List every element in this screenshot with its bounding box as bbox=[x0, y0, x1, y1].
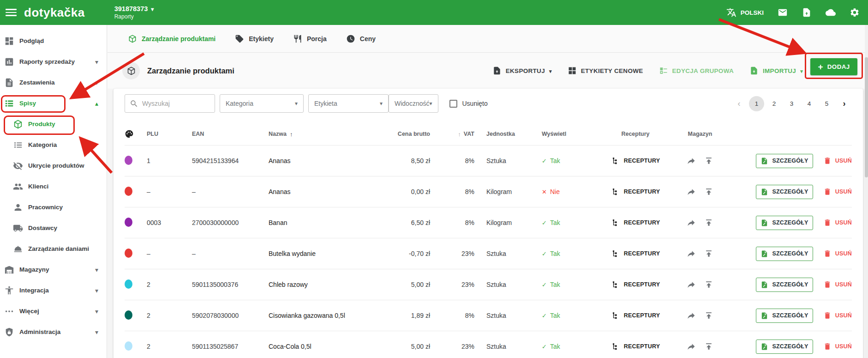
sidebar-item[interactable]: Spisy bbox=[0, 93, 107, 114]
delete-button[interactable]: USUŃ bbox=[823, 280, 852, 289]
receptury-button[interactable]: RECEPTURY bbox=[611, 342, 660, 351]
sidebar-item[interactable]: Produkty bbox=[0, 114, 107, 134]
receptury-button[interactable]: RECEPTURY bbox=[611, 249, 660, 258]
scrollbar-thumb[interactable] bbox=[865, 57, 868, 177]
ean-cell: – bbox=[192, 250, 269, 257]
vat-cell: 23% bbox=[430, 281, 474, 288]
account-switcher[interactable]: 391878373 Raporty bbox=[114, 5, 154, 20]
filter-select[interactable]: Widoczność bbox=[389, 94, 438, 113]
export-file-icon[interactable] bbox=[802, 7, 812, 18]
page-button[interactable]: 5 bbox=[819, 96, 834, 111]
page-button[interactable]: 1 bbox=[749, 96, 764, 111]
sidebar-item[interactable]: Raporty sprzedaży bbox=[0, 51, 107, 72]
page-button[interactable]: 3 bbox=[784, 96, 799, 111]
tab-labels[interactable]: Etykiety bbox=[235, 34, 274, 43]
stock-upload-icon[interactable] bbox=[704, 342, 713, 351]
receptury-button[interactable]: RECEPTURY bbox=[611, 311, 660, 320]
sidebar-item[interactable]: Pracownicy bbox=[0, 197, 107, 218]
column-display[interactable]: Wyświetl bbox=[542, 131, 596, 137]
sidebar-item[interactable]: Klienci bbox=[0, 176, 107, 197]
prev-page-button[interactable]: ‹ bbox=[731, 96, 747, 111]
sidebar-item[interactable]: Zestawienia bbox=[0, 72, 107, 93]
details-button[interactable]: SZCZEGÓŁY bbox=[756, 340, 813, 354]
search-input[interactable] bbox=[142, 100, 210, 107]
column-name[interactable]: Nazwa bbox=[269, 131, 382, 138]
sidebar-item[interactable]: Magazyny bbox=[0, 259, 107, 280]
receptury-button[interactable]: RECEPTURY bbox=[611, 188, 660, 196]
export-button[interactable]: EKSPORTUJ bbox=[492, 66, 552, 75]
delete-button[interactable]: USUŃ bbox=[823, 311, 852, 320]
move-to-stock-icon[interactable] bbox=[687, 218, 696, 227]
filter-select[interactable]: Etykieta bbox=[308, 94, 389, 113]
move-to-stock-icon[interactable] bbox=[687, 187, 696, 196]
price-labels-button[interactable]: ETYKIETY CENOWE bbox=[568, 66, 643, 75]
page-button[interactable]: 4 bbox=[802, 96, 817, 111]
details-button[interactable]: SZCZEGÓŁY bbox=[756, 278, 813, 292]
sidebar-item[interactable]: Więcej bbox=[0, 301, 107, 322]
delete-button[interactable]: USUŃ bbox=[823, 157, 852, 165]
sidebar-item[interactable]: Podgląd bbox=[0, 30, 107, 51]
filter-select[interactable]: Kategoria bbox=[220, 94, 304, 113]
gear-icon[interactable] bbox=[850, 7, 860, 18]
move-to-stock-icon[interactable] bbox=[687, 249, 696, 258]
plus-icon bbox=[818, 62, 823, 71]
details-button[interactable]: SZCZEGÓŁY bbox=[756, 309, 813, 323]
add-button[interactable]: DODAJ bbox=[810, 58, 857, 75]
next-page-button[interactable]: › bbox=[837, 96, 852, 111]
receptury-button[interactable]: RECEPTURY bbox=[611, 280, 660, 289]
sidebar-item[interactable]: Integracja bbox=[0, 280, 107, 301]
menu-icon[interactable] bbox=[6, 7, 17, 18]
import-button[interactable]: IMPORTUJ bbox=[749, 66, 803, 75]
details-button[interactable]: SZCZEGÓŁY bbox=[756, 185, 813, 199]
stock-upload-icon[interactable] bbox=[704, 249, 713, 258]
details-button[interactable]: SZCZEGÓŁY bbox=[756, 216, 813, 230]
stock-upload-icon[interactable] bbox=[704, 280, 713, 289]
column-stock[interactable]: Magazyn bbox=[675, 131, 725, 137]
details-button[interactable]: SZCZEGÓŁY bbox=[756, 247, 813, 261]
mail-icon[interactable] bbox=[778, 7, 788, 18]
filter-select-label: Widoczność bbox=[395, 100, 429, 107]
sidebar-item[interactable]: Administracja bbox=[0, 322, 107, 342]
sidebar-item[interactable]: Dostawcy bbox=[0, 218, 107, 238]
tab-prices[interactable]: Ceny bbox=[346, 34, 376, 43]
vat-cell: 8% bbox=[430, 157, 474, 164]
stock-upload-icon[interactable] bbox=[704, 218, 713, 227]
column-unit[interactable]: Jednostka bbox=[486, 131, 542, 137]
sidebar-item[interactable]: Ukrycie produktów bbox=[0, 155, 107, 176]
sidebar-item[interactable]: Kategoria bbox=[0, 134, 107, 155]
receptury-button[interactable]: RECEPTURY bbox=[611, 157, 660, 165]
delete-button[interactable]: USUŃ bbox=[823, 188, 852, 196]
cloud-icon[interactable] bbox=[826, 7, 836, 18]
scrollbar[interactable] bbox=[865, 25, 868, 358]
sidebar-item-label: Ukrycie produktów bbox=[28, 162, 84, 169]
column-vat[interactable]: VAT bbox=[430, 131, 474, 138]
palette-icon[interactable] bbox=[125, 129, 147, 139]
move-to-stock-icon[interactable] bbox=[687, 342, 696, 351]
page-button[interactable]: 2 bbox=[766, 96, 782, 111]
sidebar: Podgląd Raporty sprzedaży Zestawienia Sp… bbox=[0, 25, 107, 358]
deleted-filter[interactable]: Usunięto bbox=[449, 100, 488, 108]
receptury-button[interactable]: RECEPTURY bbox=[611, 218, 660, 227]
details-button[interactable]: SZCZEGÓŁY bbox=[756, 154, 813, 168]
deleted-checkbox[interactable] bbox=[449, 100, 457, 108]
search-icon bbox=[130, 99, 138, 108]
delete-button[interactable]: USUŃ bbox=[823, 218, 852, 227]
stock-upload-icon[interactable] bbox=[704, 187, 713, 196]
move-to-stock-icon[interactable] bbox=[687, 311, 696, 320]
plu-cell: – bbox=[147, 188, 192, 195]
bulk-edit-button[interactable]: EDYCJA GRUPOWA bbox=[659, 66, 734, 75]
stock-upload-icon[interactable] bbox=[704, 311, 713, 320]
column-recipes[interactable]: Receptury bbox=[596, 131, 675, 137]
column-ean[interactable]: EAN bbox=[192, 131, 269, 137]
stock-upload-icon[interactable] bbox=[704, 156, 713, 165]
tab-product-management[interactable]: Zarządzanie produktami bbox=[128, 34, 216, 43]
delete-button[interactable]: USUŃ bbox=[823, 249, 852, 258]
delete-button[interactable]: USUŃ bbox=[823, 342, 852, 351]
move-to-stock-icon[interactable] bbox=[687, 156, 696, 165]
column-price[interactable]: Cena brutto bbox=[382, 131, 430, 137]
sidebar-item[interactable]: Zarządzanie daniami bbox=[0, 238, 107, 259]
language-switcher[interactable]: POLSKI bbox=[726, 7, 764, 18]
tab-portion[interactable]: Porcja bbox=[293, 34, 327, 43]
column-plu[interactable]: PLU bbox=[147, 131, 192, 137]
move-to-stock-icon[interactable] bbox=[687, 280, 696, 289]
